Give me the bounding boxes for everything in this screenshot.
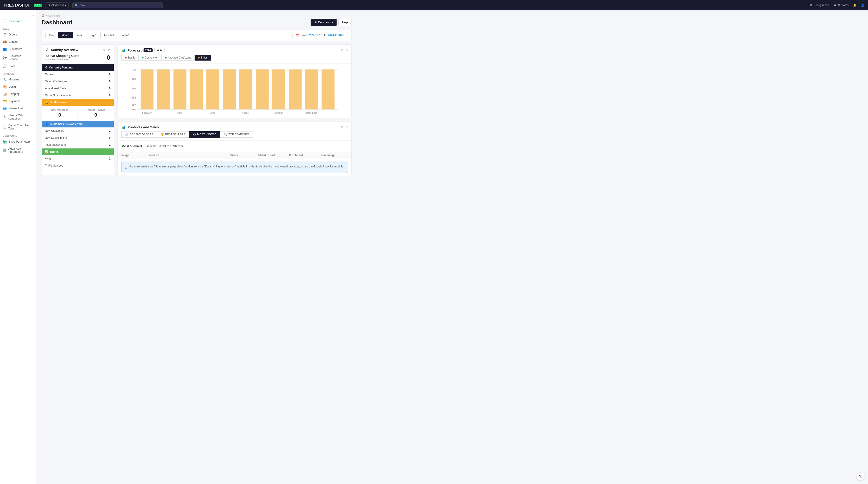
avg-cart-dot xyxy=(165,57,166,59)
svg-rect-18 xyxy=(239,69,252,109)
column-image: Image xyxy=(121,154,149,157)
period-day-button[interactable]: Day xyxy=(45,32,58,38)
dashboard-grid: ⏱ Activity overview ⚙ ↻ Active Shopping … xyxy=(41,44,352,176)
bell-icon: 🔔 xyxy=(45,101,49,104)
tab-recent-orders[interactable]: 🛒 RECENT ORDERS xyxy=(121,131,157,138)
user-avatar[interactable]: 👤 xyxy=(861,4,864,7)
sidebar-item-modules[interactable]: 🔧 Modules › xyxy=(0,76,36,83)
chevron-right-icon: › xyxy=(33,100,33,103)
page-title: Dashboard xyxy=(41,19,72,26)
period-month-button[interactable]: Month xyxy=(58,32,73,38)
sidebar-item-orders[interactable]: 📋 Orders › xyxy=(0,31,36,38)
forecast-chart: 1.0 0.8 0.6 0.4 0.2 0.0 xyxy=(118,64,351,118)
year-badge: 2024 xyxy=(144,49,153,52)
brand-logo: PRESTASHOP xyxy=(4,3,30,8)
sidebar-item-demo-tabs[interactable]: 📑 Demo Controller Tabs xyxy=(0,122,36,132)
tab-best-sellers[interactable]: 🏆 BEST SELLERS xyxy=(157,131,189,138)
customer-service-icon: 💬 xyxy=(3,56,7,59)
most-viewed-date-range: From 10/16/2024 to 11/16/2024 xyxy=(146,144,184,148)
svg-rect-20 xyxy=(272,69,285,109)
forecast-tab-sales[interactable]: Sales xyxy=(195,55,211,61)
refresh-icon[interactable]: ↻ xyxy=(345,125,348,129)
product-reviews-label: Product Reviews xyxy=(81,108,111,111)
shop-params-icon: 🏪 xyxy=(3,140,7,143)
forecast-nav-arrows[interactable]: ◄ ► xyxy=(154,48,164,53)
product-reviews-cell: Product Reviews 0 xyxy=(78,106,114,121)
products-and-sales-card: 📊 Products and Sales ⚙ ↻ 🛒 RECENT ORDERS xyxy=(118,122,352,176)
svg-rect-21 xyxy=(289,69,302,109)
traffic-icon: 📈 xyxy=(45,150,49,154)
sidebar-item-payment[interactable]: 💳 Payment › xyxy=(0,98,36,105)
settings-icon[interactable]: ⚙ xyxy=(103,48,106,52)
conversion-dot xyxy=(142,57,144,59)
tab-top-searches[interactable]: 🔍 TOP SEARCHES xyxy=(220,131,253,138)
sidebar-item-manual-tab[interactable]: 🖱️ Manual Tab controller xyxy=(0,112,36,122)
sidebar-item-catalog[interactable]: 📦 Catalog › xyxy=(0,38,36,45)
forecast-tab-avg-cart[interactable]: Average Cart Value xyxy=(162,55,195,61)
activity-card-actions: ⚙ ↻ xyxy=(103,48,110,52)
sidebar-item-customer-service[interactable]: 💬 Customer Service › xyxy=(0,53,36,63)
column-added-to-cart: Added to cart xyxy=(257,154,289,157)
sidebar-item-advanced-params[interactable]: ⚙️ Advanced Parameters › xyxy=(0,145,36,155)
activity-overview-card: ⏱ Activity overview ⚙ ↻ Active Shopping … xyxy=(41,44,114,176)
refresh-icon[interactable]: ↻ xyxy=(107,48,110,52)
collapse-sidebar-button[interactable]: « xyxy=(32,13,34,17)
sidebar-item-stats[interactable]: 📈 Stats xyxy=(0,63,36,70)
refresh-icon[interactable]: ↻ xyxy=(345,49,348,52)
debug-mode-item[interactable]: ⚙ Debug mode xyxy=(810,4,829,7)
customer-icon: 👤 xyxy=(45,123,49,126)
shipping-icon: 🚚 xyxy=(3,92,7,96)
svg-rect-16 xyxy=(206,69,219,109)
svg-text:1.0: 1.0 xyxy=(132,68,136,71)
international-icon: 🌐 xyxy=(3,107,7,110)
date-range-picker[interactable]: 📅 From 2024-10-16 To 2024-11-16 ▾ xyxy=(292,32,348,38)
column-views: Views xyxy=(230,154,257,157)
activity-icon: ⏱ xyxy=(45,48,49,52)
sidebar-item-international[interactable]: 🌐 International › xyxy=(0,105,36,112)
all-stores-item[interactable]: 👁 All stores xyxy=(834,4,848,7)
sidebar-item-shipping[interactable]: 🚚 Shipping › xyxy=(0,90,36,98)
chevron-right-icon: › xyxy=(33,33,33,36)
activity-overview-title: ⏱ Activity overview xyxy=(45,48,79,52)
svg-rect-17 xyxy=(223,69,236,109)
svg-text:December: December xyxy=(306,111,317,114)
prestashop-floating-icon[interactable]: 🛍 xyxy=(856,472,864,480)
sidebar-item-design[interactable]: 🎨 Design › xyxy=(0,83,36,90)
period-day-minus1-button[interactable]: Day-1 xyxy=(86,32,101,38)
cart-icon: 🛒 xyxy=(125,133,129,136)
total-subscribers-row: Total Subscribers 2 xyxy=(42,141,114,149)
sidebar: « 📊 Dashboard SELL 📋 Orders › 📦 Catalog … xyxy=(0,10,36,484)
notifications-grid: New Messages 0 Product Reviews 0 xyxy=(42,106,114,121)
sidebar-item-customers[interactable]: 👥 Customers › xyxy=(0,45,36,53)
info-box: ℹ You must enable the "Save global page … xyxy=(121,162,348,173)
home-icon: 🏠 xyxy=(41,14,45,17)
forecast-tab-traffic[interactable]: Traffic xyxy=(121,55,138,61)
traffic-dot xyxy=(125,57,127,59)
sidebar-item-dashboard[interactable]: 📊 Dashboard xyxy=(0,18,36,25)
settings-icon[interactable]: ⚙ xyxy=(341,125,344,129)
period-year-button[interactable]: Year xyxy=(73,32,86,38)
most-viewed-title: Most Viewed xyxy=(121,144,142,148)
demo-mode-button[interactable]: 🖥 Demo mode xyxy=(311,19,337,26)
settings-icon[interactable]: ⚙ xyxy=(341,49,344,52)
sidebar-item-shop-params[interactable]: 🏪 Shop Parameters › xyxy=(0,138,36,145)
quick-access-button[interactable]: Quick Access ▾ xyxy=(45,2,69,8)
period-year-minus1-button[interactable]: Year-1 xyxy=(118,32,133,38)
forecast-tab-conversion[interactable]: Conversion xyxy=(138,55,162,61)
pending-abandoned-carts-row: Abandoned Carts 0 xyxy=(42,85,114,92)
debug-icon: ⚙ xyxy=(810,4,812,7)
avatar-icon: 👤 xyxy=(861,4,864,7)
help-button[interactable]: Help xyxy=(338,19,352,26)
period-buttons: Day Month Year Day-1 Month-1 Year-1 xyxy=(45,32,133,38)
notifications-bell[interactable]: 🔔 xyxy=(853,4,857,7)
products-chart-icon: 📊 xyxy=(121,125,126,129)
table-header: Image Product Views Added to cart Purcha… xyxy=(118,152,351,159)
svg-text:0.6: 0.6 xyxy=(132,87,136,90)
tab-most-viewed[interactable]: 👁️ MOST VIEWED xyxy=(189,131,220,138)
catalog-icon: 📦 xyxy=(3,40,7,43)
search-input[interactable] xyxy=(80,4,160,7)
period-month-minus1-button[interactable]: Month-1 xyxy=(101,32,118,38)
svg-text:October: October xyxy=(274,111,283,114)
active-carts-section: Active Shopping Carts in the last 30 min… xyxy=(42,54,114,64)
chevron-right-icon: › xyxy=(33,57,33,59)
